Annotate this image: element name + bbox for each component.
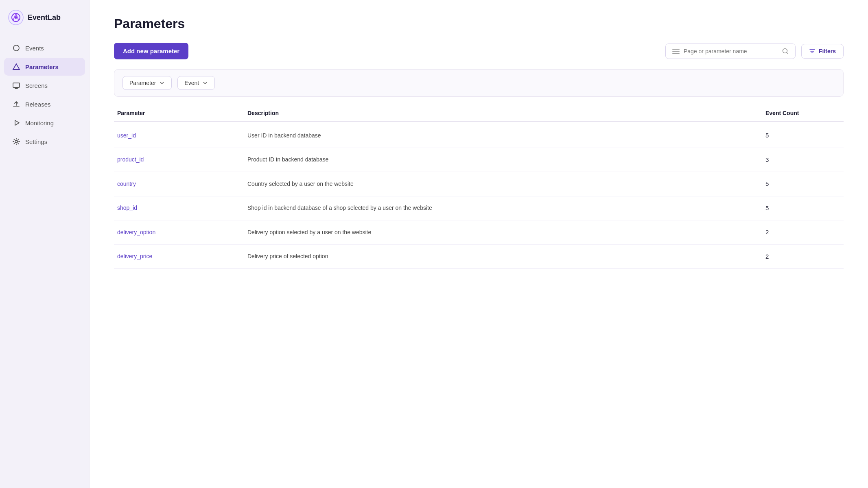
parameters-table: Parameter Description Event Count user_i… bbox=[114, 110, 844, 269]
event-filter-dropdown[interactable]: Event bbox=[177, 76, 215, 90]
description-cell: Product ID in backend database bbox=[244, 155, 762, 164]
sidebar-item-label: Events bbox=[25, 45, 44, 52]
toolbar-right: Filters bbox=[665, 44, 844, 59]
table-row[interactable]: user_id User ID in backend database 5 bbox=[114, 124, 844, 148]
filter-bar: Parameter Event bbox=[114, 69, 844, 97]
table-row[interactable]: delivery_option Delivery option selected… bbox=[114, 220, 844, 245]
search-bar bbox=[665, 44, 796, 59]
sidebar-item-label: Screens bbox=[25, 82, 48, 89]
app-logo: EventLab bbox=[0, 10, 89, 38]
param-name-cell[interactable]: user_id bbox=[114, 131, 244, 140]
sidebar-item-label: Parameters bbox=[25, 63, 59, 70]
event-filter-label: Event bbox=[184, 80, 199, 86]
table-body: user_id User ID in backend database 5 pr… bbox=[114, 124, 844, 269]
description-cell: Delivery option selected by a user on th… bbox=[244, 228, 762, 237]
description-cell: User ID in backend database bbox=[244, 131, 762, 140]
app-name: EventLab bbox=[28, 13, 61, 22]
event-count-cell: 3 bbox=[762, 155, 844, 165]
svg-rect-8 bbox=[672, 53, 680, 54]
svg-rect-4 bbox=[13, 83, 20, 87]
svg-point-3 bbox=[13, 45, 19, 51]
sidebar-item-events[interactable]: Events bbox=[4, 39, 85, 57]
sidebar-item-settings[interactable]: Settings bbox=[4, 133, 85, 150]
table-header: Parameter Description Event Count bbox=[114, 110, 844, 122]
sidebar-item-monitoring[interactable]: Monitoring bbox=[4, 114, 85, 132]
main-content: Parameters Add new parameter bbox=[90, 0, 868, 488]
event-count-cell: 2 bbox=[762, 228, 844, 237]
logo-icon bbox=[8, 10, 24, 25]
event-count-cell: 5 bbox=[762, 179, 844, 189]
param-name-cell[interactable]: delivery_price bbox=[114, 252, 244, 261]
table-row[interactable]: shop_id Shop id in backend database of a… bbox=[114, 196, 844, 221]
menu-icon bbox=[672, 48, 680, 55]
svg-point-2 bbox=[15, 16, 17, 19]
table-row[interactable]: country Country selected by a user on th… bbox=[114, 172, 844, 196]
page-title: Parameters bbox=[114, 16, 844, 31]
param-name-cell[interactable]: shop_id bbox=[114, 204, 244, 212]
description-cell: Shop id in backend database of a shop se… bbox=[244, 204, 762, 212]
sidebar-item-label: Releases bbox=[25, 101, 51, 108]
col-parameter: Parameter bbox=[114, 110, 244, 116]
nav-list: Events Parameters Screens Releases Monit… bbox=[0, 38, 89, 151]
filters-icon bbox=[809, 48, 816, 54]
svg-rect-6 bbox=[672, 49, 680, 50]
chevron-down-icon bbox=[202, 80, 208, 86]
svg-rect-7 bbox=[672, 51, 680, 52]
param-name-cell[interactable]: delivery_option bbox=[114, 228, 244, 237]
param-name-cell[interactable]: country bbox=[114, 180, 244, 188]
param-name-cell[interactable]: product_id bbox=[114, 155, 244, 164]
description-cell: Delivery price of selected option bbox=[244, 252, 762, 261]
play-icon bbox=[12, 119, 20, 127]
toolbar: Add new parameter Filters bbox=[114, 43, 844, 59]
svg-point-5 bbox=[15, 140, 17, 143]
event-count-cell: 2 bbox=[762, 252, 844, 261]
table-row[interactable]: product_id Product ID in backend databas… bbox=[114, 148, 844, 172]
sidebar-item-releases[interactable]: Releases bbox=[4, 95, 85, 113]
upload-icon bbox=[12, 100, 20, 108]
description-cell: Country selected by a user on the websit… bbox=[244, 180, 762, 188]
event-count-cell: 5 bbox=[762, 131, 844, 140]
screen-icon bbox=[12, 81, 20, 89]
sidebar-item-label: Settings bbox=[25, 138, 47, 145]
sidebar-item-parameters[interactable]: Parameters bbox=[4, 58, 85, 76]
col-description: Description bbox=[244, 110, 762, 116]
filters-label: Filters bbox=[819, 48, 836, 54]
col-event-count: Event Count bbox=[762, 110, 844, 116]
search-icon bbox=[782, 48, 789, 54]
event-count-cell: 5 bbox=[762, 204, 844, 213]
parameter-filter-label: Parameter bbox=[129, 80, 156, 86]
circle-icon bbox=[12, 44, 20, 52]
gear-icon bbox=[12, 137, 20, 146]
sidebar-item-screens[interactable]: Screens bbox=[4, 76, 85, 94]
sidebar-item-label: Monitoring bbox=[25, 120, 54, 126]
filters-button[interactable]: Filters bbox=[801, 44, 844, 59]
table-row[interactable]: delivery_price Delivery price of selecte… bbox=[114, 245, 844, 269]
parameter-filter-dropdown[interactable]: Parameter bbox=[122, 76, 172, 90]
search-input[interactable] bbox=[684, 48, 778, 54]
add-parameter-button[interactable]: Add new parameter bbox=[114, 43, 188, 59]
chevron-down-icon bbox=[159, 80, 165, 86]
triangle-icon bbox=[12, 63, 20, 71]
sidebar: EventLab Events Parameters Screens Relea… bbox=[0, 0, 90, 488]
